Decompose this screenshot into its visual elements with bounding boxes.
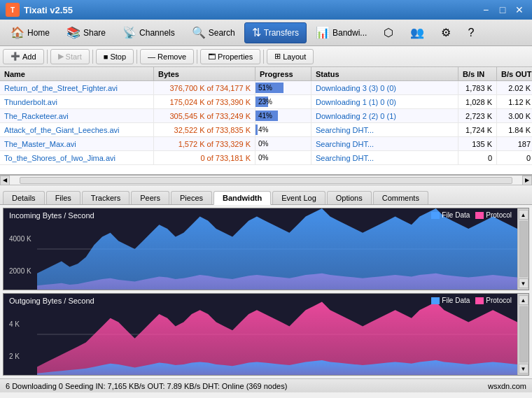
tab-eventlog[interactable]: Event Log [272, 191, 326, 204]
nav-btn-search[interactable]: 🔍Search [184, 22, 243, 43]
scroll-left[interactable]: ◀ [0, 176, 10, 185]
scroll-up[interactable]: ▲ [519, 295, 528, 305]
cell-name: Return_of_the_Street_Fighter.avi [0, 81, 154, 94]
table-row[interactable]: Return_of_the_Street_Fighter.avi 376,700… [0, 81, 532, 95]
table-row[interactable]: Thunderbolt.avi 175,024 K of 733,390 K 2… [0, 95, 532, 109]
table-header: Name Bytes Progress Status B/s IN B/s OU… [0, 67, 532, 81]
cell-bytes: 0 of 733,181 K [154, 151, 255, 164]
title-bar: T Tixati v2.55 − □ ✕ [0, 0, 532, 20]
cell-name: The_Master_Max.avi [0, 137, 154, 150]
cell-bsout: 187 [497, 137, 532, 150]
scroll-down[interactable]: ▼ [519, 364, 528, 374]
nav-btn-channels[interactable]: 📡Channels [115, 22, 183, 43]
cell-status: Downloading 3 (3) 0 (0) [312, 81, 458, 94]
table-row[interactable]: The_Master_Max.avi 1,572 K of 733,329 K … [0, 137, 532, 151]
legend-item: Protocol [475, 211, 512, 219]
cell-status: Downloading 2 (2) 0 (1) [312, 109, 458, 122]
col-progress: Progress [255, 67, 312, 80]
action-btn-properties[interactable]: 🗔Properties [200, 49, 260, 64]
nav-btn-icon2[interactable]: 👥 [402, 22, 432, 43]
nav-btn-icon1[interactable]: ⬡ [376, 22, 401, 43]
scroll-down[interactable]: ▼ [519, 278, 528, 288]
tab-trackers[interactable]: Trackers [82, 191, 130, 204]
action-btn-start: ▶Start [50, 49, 90, 64]
cell-bsin: 1,783 K [458, 81, 497, 94]
nav-toolbar: 🏠Home📚Share📡Channels🔍Search⇅Transfers📊Ba… [0, 20, 532, 46]
scroll-up[interactable]: ▲ [519, 210, 528, 220]
table-row[interactable]: The_Racketeer.avi 305,545 K of 733,249 K… [0, 109, 532, 123]
chart-legend-outgoing: File Data Protocol [431, 297, 512, 304]
tab-comments[interactable]: Comments [373, 191, 428, 204]
chart-outgoing: Outgoing Bytes / Second File Data Protoc… [3, 293, 529, 376]
legend-label: File Data [442, 211, 470, 219]
table-body: Return_of_the_Street_Fighter.avi 376,700… [0, 81, 532, 175]
cell-bsin: 2,723 K [458, 109, 497, 122]
scroll-track[interactable] [20, 177, 512, 184]
tab-bandwidth[interactable]: Bandwidth [214, 191, 271, 205]
cell-bsout: 2.02 K [497, 81, 532, 94]
scroll-track [519, 306, 528, 362]
legend-item: File Data [431, 297, 470, 304]
action-btn-remove[interactable]: —Remove [140, 49, 194, 64]
maximize-button[interactable]: □ [496, 3, 510, 16]
cell-name: Thunderbolt.avi [0, 95, 154, 108]
cell-name: To_the_Shores_of_Iwo_Jima.avi [0, 151, 154, 164]
legend-item: File Data [431, 211, 470, 219]
tab-details[interactable]: Details [3, 191, 45, 204]
legend-item: Protocol [475, 297, 512, 304]
cell-progress: 0% [255, 137, 312, 150]
cell-bsin: 1,028 K [458, 95, 497, 108]
legend-color [475, 212, 484, 219]
nav-btn-icon3[interactable]: ⚙ [433, 22, 458, 43]
chart-title-incoming: Incoming Bytes / Second [9, 211, 94, 220]
tab-options[interactable]: Options [327, 191, 372, 204]
chart-inner-incoming: Incoming Bytes / Second File Data Protoc… [4, 208, 517, 290]
horizontal-scrollbar[interactable]: ◀ ▶ [0, 176, 532, 185]
tabs-bar: DetailsFilesTrackersPeersPiecesBandwidth… [0, 185, 532, 205]
scroll-right[interactable]: ▶ [522, 176, 532, 185]
table-row[interactable]: To_the_Shores_of_Iwo_Jima.avi 0 of 733,1… [0, 151, 532, 165]
col-bsin: B/s IN [458, 67, 497, 80]
app-title: T Tixati v2.55 [6, 3, 73, 17]
status-left: 6 Downloading 0 Seeding IN: 7,165 KB/s O… [6, 382, 287, 390]
chart-scrollbar: ▲ ▼ [517, 208, 528, 290]
close-button[interactable]: ✕ [512, 3, 526, 16]
nav-btn-home[interactable]: 🏠Home [3, 22, 57, 43]
cell-progress: 41% [255, 109, 312, 122]
scroll-track [519, 221, 528, 277]
tab-pieces[interactable]: Pieces [171, 191, 212, 204]
cell-bytes: 32,522 K of 733,835 K [154, 123, 255, 136]
cell-status: Downloading 1 (1) 0 (0) [312, 95, 458, 108]
chart-inner-outgoing: Outgoing Bytes / Second File Data Protoc… [4, 294, 517, 375]
tab-files[interactable]: Files [46, 191, 80, 204]
legend-color [431, 212, 440, 219]
col-name: Name [0, 67, 154, 80]
nav-btn-share[interactable]: 📚Share [59, 22, 113, 43]
col-bsout: B/s OUT [497, 67, 532, 80]
nav-btn-icon4[interactable]: ? [460, 22, 482, 43]
cell-bytes: 376,700 K of 734,177 K [154, 81, 255, 94]
transfers-table: Name Bytes Progress Status B/s IN B/s OU… [0, 67, 532, 176]
cell-bsin: 135 K [458, 137, 497, 150]
nav-btn-transfers[interactable]: ⇅Transfers [244, 22, 307, 43]
chart-title-outgoing: Outgoing Bytes / Second [9, 297, 94, 305]
minimize-button[interactable]: − [479, 3, 493, 16]
chart-svg [37, 208, 517, 290]
cell-bytes: 305,545 K of 733,249 K [154, 109, 255, 122]
table-row[interactable]: Attack_of_the_Giant_Leeches.avi 32,522 K… [0, 123, 532, 137]
cell-status: Searching DHT... [312, 151, 458, 164]
tab-peers[interactable]: Peers [131, 191, 169, 204]
cell-bsout: 3.00 K [497, 109, 532, 122]
cell-bsin: 1,724 K [458, 123, 497, 136]
cell-progress: 23% [255, 95, 312, 108]
action-btn-layout[interactable]: ⊞Layout [267, 49, 314, 64]
action-bar: ➕Add▶Start■Stop—Remove🗔Properties⊞Layout [0, 46, 532, 67]
cell-name: The_Racketeer.avi [0, 109, 154, 122]
cell-progress: 51% [255, 81, 312, 94]
action-btn-add[interactable]: ➕Add [3, 49, 44, 64]
title-text: Tixati v2.55 [24, 5, 73, 15]
col-bytes: Bytes [154, 67, 255, 80]
chart-labels: 4 K2 K [6, 294, 20, 375]
nav-btn-bandwidth[interactable]: 📊Bandwi... [308, 22, 374, 43]
action-btn-stop[interactable]: ■Stop [96, 49, 134, 64]
